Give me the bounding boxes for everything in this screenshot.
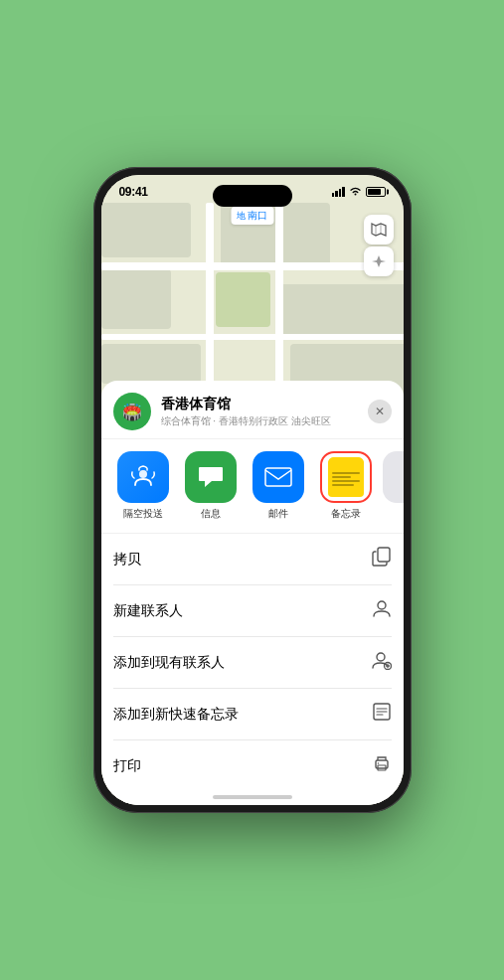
- svg-point-0: [139, 470, 147, 478]
- location-button[interactable]: [364, 246, 394, 276]
- wifi-icon: [349, 186, 362, 198]
- mail-label: 邮件: [268, 507, 288, 521]
- svg-point-3: [378, 601, 386, 609]
- action-copy-label: 拷贝: [113, 551, 141, 569]
- home-bar: [213, 795, 292, 799]
- share-item-messages[interactable]: 信息: [181, 451, 241, 521]
- map-label: 地南口: [231, 207, 273, 225]
- action-new-contact-label: 新建联系人: [113, 602, 183, 620]
- share-item-airdrop[interactable]: 隔空投送: [113, 451, 173, 521]
- share-item-more[interactable]: 推: [384, 451, 404, 521]
- action-item-add-notes[interactable]: 添加到新快速备忘录: [113, 689, 392, 740]
- action-item-new-contact[interactable]: 新建联系人: [113, 585, 392, 637]
- action-add-existing-label: 添加到现有联系人: [113, 654, 225, 672]
- messages-icon: [185, 451, 237, 503]
- airdrop-icon: [117, 451, 169, 503]
- phone-screen: 09:41: [101, 175, 404, 805]
- battery-icon: [366, 187, 386, 197]
- dynamic-island: [213, 185, 292, 207]
- map-type-button[interactable]: [364, 215, 394, 245]
- new-contact-icon: [372, 598, 392, 623]
- messages-label: 信息: [201, 507, 221, 521]
- action-item-copy[interactable]: 拷贝: [113, 534, 392, 585]
- action-add-notes-label: 添加到新快速备忘录: [113, 706, 239, 724]
- status-bar: 09:41: [101, 175, 404, 203]
- svg-point-4: [377, 653, 385, 661]
- status-icons: [332, 186, 386, 198]
- venue-icon: 🏟️: [113, 393, 151, 430]
- action-item-add-existing[interactable]: 添加到现有联系人: [113, 637, 392, 689]
- notes-icon: [320, 451, 372, 503]
- airdrop-label: 隔空投送: [123, 507, 163, 521]
- svg-rect-1: [265, 468, 291, 486]
- svg-point-9: [377, 762, 379, 764]
- print-icon: [372, 753, 392, 778]
- map-controls: [364, 215, 394, 276]
- notes-label: 备忘录: [331, 507, 361, 521]
- sheet-header: 🏟️ 香港体育馆 综合体育馆 · 香港特别行政区 油尖旺区 ✕: [101, 381, 404, 439]
- close-button[interactable]: ✕: [368, 400, 392, 423]
- more-icon: [383, 451, 404, 503]
- action-print-label: 打印: [113, 757, 141, 775]
- signal-icon: [332, 187, 345, 197]
- venue-info: 香港体育馆 综合体育馆 · 香港特别行政区 油尖旺区: [161, 396, 368, 428]
- home-indicator: [101, 791, 404, 805]
- add-contact-icon: [372, 650, 392, 675]
- bottom-sheet: 🏟️ 香港体育馆 综合体育馆 · 香港特别行政区 油尖旺区 ✕: [101, 381, 404, 805]
- venue-subtitle: 综合体育馆 · 香港特别行政区 油尖旺区: [161, 414, 368, 428]
- phone-frame: 09:41: [93, 167, 412, 813]
- svg-rect-2: [378, 548, 390, 562]
- status-time: 09:41: [119, 185, 148, 199]
- share-item-mail[interactable]: 邮件: [249, 451, 308, 521]
- mail-icon: [252, 451, 304, 503]
- action-list: 拷贝 新建联系人: [101, 534, 404, 791]
- copy-icon: [372, 547, 392, 572]
- action-item-print[interactable]: 打印: [113, 740, 392, 791]
- quick-note-icon: [372, 702, 392, 727]
- share-item-notes[interactable]: 备忘录: [316, 451, 376, 521]
- share-row: 隔空投送 信息: [101, 439, 404, 534]
- venue-name: 香港体育馆: [161, 396, 368, 413]
